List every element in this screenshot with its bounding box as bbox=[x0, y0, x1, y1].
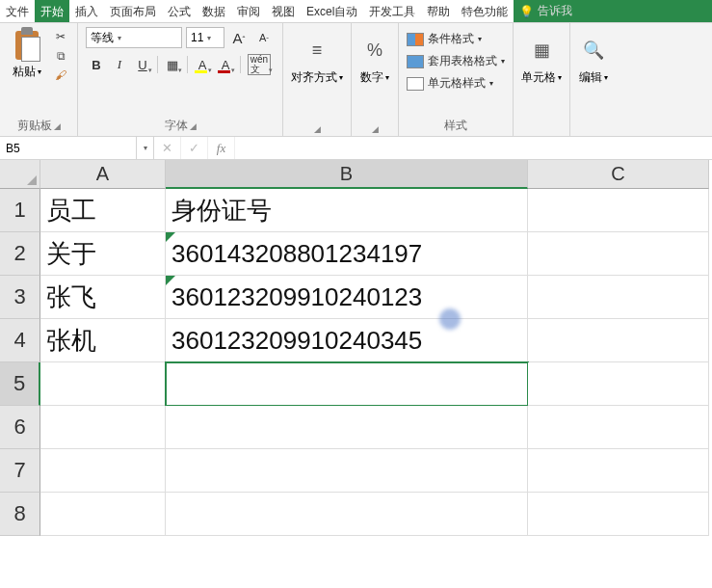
tell-me-label: 告诉我 bbox=[538, 3, 572, 19]
font-size-combo[interactable]: 11 ▾ bbox=[186, 27, 224, 48]
cell-C3[interactable] bbox=[528, 276, 709, 319]
cell-C6[interactable] bbox=[528, 406, 709, 449]
ribbon-end bbox=[689, 0, 712, 22]
cell-B1[interactable]: 身份证号 bbox=[166, 189, 528, 232]
insert-function-button[interactable]: fx bbox=[208, 137, 235, 159]
cell-C1[interactable] bbox=[528, 189, 709, 232]
tab-view[interactable]: 视图 bbox=[266, 0, 301, 22]
editing-dropdown[interactable]: 编辑 ▾ bbox=[579, 69, 608, 86]
tab-help[interactable]: 帮助 bbox=[421, 0, 456, 22]
col-header-B[interactable]: B bbox=[166, 160, 528, 189]
number-dropdown[interactable]: 数字 ▾ bbox=[360, 69, 389, 86]
ribbon-tabs: 文件 开始 插入 页面布局 公式 数据 审阅 视图 Excel自动 开发工具 帮… bbox=[0, 0, 712, 23]
cell-A7[interactable] bbox=[40, 449, 166, 493]
enter-formula-button[interactable]: ✓ bbox=[181, 137, 208, 159]
chevron-down-icon: ▾ bbox=[207, 34, 211, 42]
cell-A8[interactable] bbox=[40, 493, 166, 536]
row-header[interactable]: 5 bbox=[0, 362, 40, 406]
tab-page-layout[interactable]: 页面布局 bbox=[104, 0, 162, 22]
cell-styles-button[interactable]: 单元格样式▾ bbox=[407, 75, 505, 92]
paste-label: 粘贴 bbox=[13, 64, 36, 80]
bold-button[interactable]: B bbox=[86, 54, 107, 75]
cell-B4[interactable]: 360123209910240345 bbox=[166, 319, 528, 362]
cell-B7[interactable] bbox=[166, 449, 528, 493]
tab-file[interactable]: 文件 bbox=[0, 0, 35, 22]
tell-me-search[interactable]: 💡 告诉我 bbox=[514, 0, 689, 22]
table-row: 6 bbox=[0, 406, 712, 449]
row-header[interactable]: 4 bbox=[0, 319, 40, 362]
col-header-C[interactable]: C bbox=[528, 160, 709, 189]
italic-button[interactable]: I bbox=[109, 54, 130, 75]
alignment-dialog-launcher[interactable]: ◢ bbox=[314, 124, 321, 134]
row-header[interactable]: 1 bbox=[0, 189, 40, 232]
cell-C5[interactable] bbox=[528, 362, 709, 406]
cell-B5[interactable] bbox=[166, 362, 528, 406]
cell-C4[interactable] bbox=[528, 319, 709, 362]
fill-color-button[interactable]: A▾ bbox=[192, 54, 213, 75]
group-font: 等线 ▾ 11 ▾ Aˆ Aˇ B I U▾ ▦▾ A▾ A▾ bbox=[78, 23, 283, 136]
table-row: 1员工身份证号 bbox=[0, 189, 712, 232]
percent-icon: % bbox=[359, 35, 390, 66]
format-as-table-button[interactable]: 套用表格格式▾ bbox=[407, 53, 505, 69]
cell-B3[interactable]: 360123209910240123 bbox=[166, 276, 528, 319]
cell-B2[interactable]: 360143208801234197 bbox=[166, 232, 528, 276]
chevron-down-icon: ▾ bbox=[118, 34, 121, 42]
name-box-dropdown[interactable]: ▾ bbox=[137, 137, 154, 159]
cell-C7[interactable] bbox=[528, 449, 709, 493]
tab-special[interactable]: 特色功能 bbox=[456, 0, 514, 22]
alignment-dropdown[interactable]: 对齐方式 ▾ bbox=[291, 69, 343, 86]
cell-B8[interactable] bbox=[166, 493, 528, 536]
cell-A1[interactable]: 员工 bbox=[40, 189, 166, 232]
table-row: 7 bbox=[0, 449, 712, 493]
col-header-A[interactable]: A bbox=[40, 160, 166, 189]
cell-C2[interactable] bbox=[528, 232, 709, 276]
conditional-formatting-icon bbox=[407, 33, 424, 46]
conditional-formatting-button[interactable]: 条件格式▾ bbox=[407, 31, 505, 47]
format-painter-button[interactable]: 🖌 bbox=[52, 67, 69, 83]
cell-B6[interactable] bbox=[166, 406, 528, 449]
tab-home[interactable]: 开始 bbox=[35, 0, 69, 22]
ribbon: 粘贴 ▾ ✂ ⧉ 🖌 剪贴板 ◢ 等线 ▾ 11 bbox=[0, 23, 712, 137]
tab-insert[interactable]: 插入 bbox=[69, 0, 104, 22]
group-styles: 条件格式▾ 套用表格格式▾ 单元格样式▾ 样式 bbox=[399, 23, 514, 136]
font-color-button[interactable]: A▾ bbox=[215, 54, 236, 75]
row-header[interactable]: 2 bbox=[0, 232, 40, 276]
font-label: 字体 bbox=[165, 118, 188, 134]
paste-button[interactable]: 粘贴 ▾ bbox=[8, 27, 46, 83]
row-header[interactable]: 7 bbox=[0, 449, 40, 493]
table-row: 4张机360123209910240345 bbox=[0, 319, 712, 362]
cell-A3[interactable]: 张飞 bbox=[40, 276, 166, 319]
tab-excel-auto[interactable]: Excel自动 bbox=[301, 0, 363, 22]
select-all-corner[interactable] bbox=[0, 160, 40, 189]
number-dialog-launcher[interactable]: ◢ bbox=[372, 124, 379, 134]
phonetic-button[interactable]: wén 文▾ bbox=[245, 54, 274, 75]
copy-button[interactable]: ⧉ bbox=[52, 48, 69, 64]
formula-input[interactable] bbox=[235, 137, 712, 159]
cell-A2[interactable]: 关于 bbox=[40, 232, 166, 276]
cells-dropdown[interactable]: 单元格 ▾ bbox=[521, 69, 562, 86]
underline-button[interactable]: U▾ bbox=[132, 54, 153, 75]
row-header[interactable]: 3 bbox=[0, 276, 40, 319]
clipboard-dialog-launcher[interactable]: ◢ bbox=[54, 121, 61, 131]
cut-button[interactable]: ✂ bbox=[52, 29, 69, 44]
row-header[interactable]: 6 bbox=[0, 406, 40, 449]
cell-A6[interactable] bbox=[40, 406, 166, 449]
text-indicator-icon bbox=[166, 276, 175, 285]
tab-developer[interactable]: 开发工具 bbox=[363, 0, 421, 22]
tab-formulas[interactable]: 公式 bbox=[162, 0, 197, 22]
chevron-down-icon: ▾ bbox=[385, 73, 389, 82]
cancel-formula-button[interactable]: ✕ bbox=[154, 137, 181, 159]
cell-C8[interactable] bbox=[528, 493, 709, 536]
cell-A4[interactable]: 张机 bbox=[40, 319, 166, 362]
name-box[interactable]: B5 bbox=[0, 137, 137, 159]
increase-font-button[interactable]: Aˆ bbox=[228, 27, 250, 48]
decrease-font-button[interactable]: Aˇ bbox=[253, 27, 275, 48]
font-name-combo[interactable]: 等线 ▾ bbox=[86, 27, 182, 48]
cell-A5[interactable] bbox=[40, 362, 166, 406]
border-button[interactable]: ▦▾ bbox=[162, 54, 183, 75]
font-dialog-launcher[interactable]: ◢ bbox=[190, 121, 197, 131]
row-header[interactable]: 8 bbox=[0, 493, 40, 536]
tab-review[interactable]: 审阅 bbox=[231, 0, 266, 22]
tab-data[interactable]: 数据 bbox=[197, 0, 231, 22]
cells-icon: ▦ bbox=[526, 35, 557, 66]
